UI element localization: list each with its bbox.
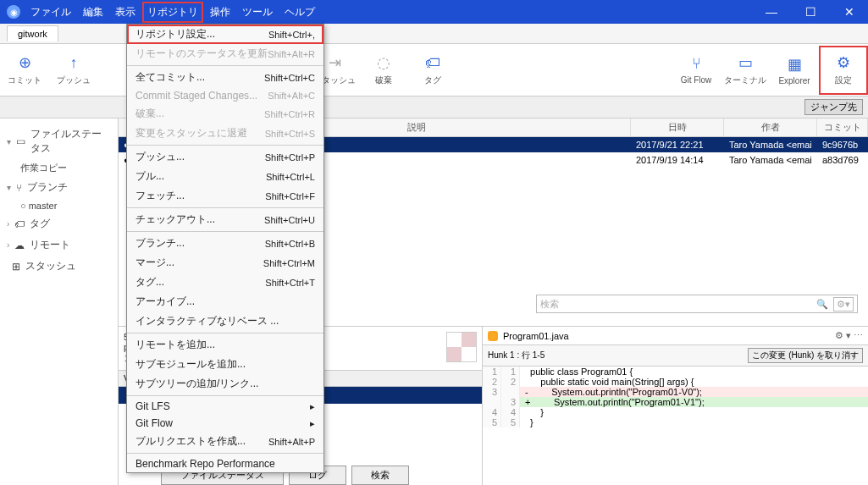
search-icon: 🔍 [816, 299, 828, 310]
terminal-button[interactable]: ▭ターミナル [721, 46, 770, 95]
settings-button[interactable]: ⚙設定 [819, 46, 868, 95]
titlebar: ◉ ファイル 編集 表示 リポジトリ 操作 ツール ヘルプ — ☐ ✕ [0, 0, 868, 24]
menu-item[interactable]: プル...Shift+Ctrl+L [127, 167, 323, 186]
menu-item[interactable]: Git LFS▸ [127, 398, 323, 415]
menu-file[interactable]: ファイル [25, 2, 76, 23]
menu-item[interactable]: インタラクティブなリベース ... [127, 311, 323, 331]
discard-button[interactable]: ◌破棄 [359, 46, 408, 95]
menu-item[interactable]: Git Flow▸ [127, 415, 323, 432]
menu-item[interactable]: サブツリーの追加/リンク... [127, 374, 323, 394]
push-button[interactable]: ↑プッシュ [49, 46, 98, 95]
author-avatar [446, 332, 477, 362]
jump-button[interactable]: ジャンプ先 [804, 99, 863, 115]
sidebar-branch[interactable]: ▾⑂ ブランチ [0, 177, 118, 198]
repository-menu-dropdown: リポジトリ設定...Shift+Ctrl+,リモートのステータスを更新Shift… [126, 24, 324, 473]
search-options-icon[interactable]: ⚙▾ [833, 297, 854, 311]
sidebar-tag[interactable]: ›🏷 タグ [0, 213, 118, 234]
menu-item: 変更をスタッシュに退避Shift+Ctrl+S [127, 124, 323, 143]
close-button[interactable]: ✕ [832, 2, 866, 22]
explorer-button[interactable]: ▦Explorer [770, 46, 819, 95]
menu-tools[interactable]: ツール [237, 2, 278, 23]
menu-item[interactable]: 全てコミット...Shift+Ctrl+C [127, 68, 323, 87]
menu-item[interactable]: タグ...Shift+Ctrl+T [127, 273, 323, 292]
repo-tab[interactable]: gitwork [7, 25, 58, 41]
menu-item[interactable]: フェッチ...Shift+Ctrl+F [127, 186, 323, 206]
menu-item[interactable]: プッシュ...Shift+Ctrl+P [127, 147, 323, 167]
minimize-button[interactable]: — [755, 2, 788, 22]
sidebar-workingcopy[interactable]: 作業コピー [0, 159, 118, 177]
diff-settings-icon[interactable]: ⚙ ▾ ⋯ [835, 330, 863, 341]
menu-action[interactable]: 操作 [205, 2, 235, 23]
menu-item: リモートのステータスを更新Shift+Alt+R [127, 44, 323, 63]
tag-button[interactable]: 🏷タグ [408, 46, 457, 95]
menu-item[interactable]: リポジトリ設定...Shift+Ctrl+, [127, 25, 323, 44]
menubar: ファイル 編集 表示 リポジトリ 操作 ツール ヘルプ [25, 2, 755, 23]
sidebar: ▾▭ ファイルステータス 作業コピー ▾⑂ ブランチ ○ master ›🏷 タ… [0, 118, 119, 485]
menu-item[interactable]: アーカイブ... [127, 292, 323, 311]
window-controls: — ☐ ✕ [755, 2, 866, 22]
sidebar-branch-master[interactable]: ○ master [0, 198, 118, 213]
modified-icon [488, 331, 498, 341]
menu-item[interactable]: プルリクエストを作成...Shift+Alt+P [127, 432, 323, 451]
diff-header: Program01.java ⚙ ▾ ⋯ [483, 327, 868, 345]
tab-search[interactable]: 検索 [351, 466, 409, 485]
menu-help[interactable]: ヘルプ [279, 2, 320, 23]
menu-item[interactable]: チェックアウト...Shift+Ctrl+U [127, 210, 323, 229]
diff-view: 11 public class Program01 {22 public sta… [483, 367, 868, 427]
diff-filename: Program01.java [503, 331, 569, 341]
hunk-header: Hunk 1 : 行 1-5 この変更 (Hunk) を取り消す [483, 345, 868, 367]
menu-item: 破棄...Shift+Ctrl+R [127, 104, 323, 124]
sidebar-filestatus[interactable]: ▾▭ ファイルステータス [0, 124, 118, 159]
menu-edit[interactable]: 編集 [78, 2, 108, 23]
app-logo: ◉ [7, 5, 20, 19]
menu-item[interactable]: マージ...Shift+Ctrl+M [127, 253, 323, 273]
menu-item: Commit Staged Changes...Shift+Alt+C [127, 87, 323, 104]
sidebar-remote[interactable]: ›☁ リモート [0, 234, 118, 256]
maximize-button[interactable]: ☐ [793, 2, 827, 22]
commit-button[interactable]: ⊕コミット [0, 46, 49, 95]
search-placeholder: 検索 [540, 298, 559, 311]
menu-item[interactable]: サブモジュールを追加... [127, 355, 323, 374]
gitflow-button[interactable]: ⑂Git Flow [672, 46, 721, 95]
menu-item[interactable]: リモートを追加... [127, 335, 323, 355]
menu-item[interactable]: ブランチ...Shift+Ctrl+B [127, 234, 323, 253]
menu-repository[interactable]: リポジトリ [142, 2, 203, 23]
menu-view[interactable]: 表示 [110, 2, 141, 23]
menu-item[interactable]: Benchmark Repo Performance [127, 455, 323, 472]
revert-hunk-button[interactable]: この変更 (Hunk) を取り消す [748, 348, 863, 363]
sidebar-stash[interactable]: ⊞ スタッシュ [0, 256, 118, 277]
search-bar[interactable]: 検索 🔍 ⚙▾ [536, 295, 858, 313]
